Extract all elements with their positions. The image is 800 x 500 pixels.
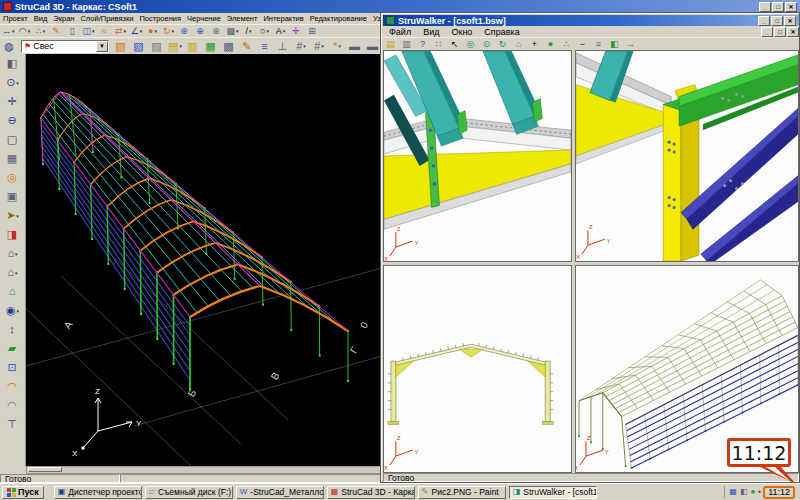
zoom-dynamic-icon[interactable]: ⊙ — [480, 38, 494, 50]
snap-points-icon[interactable]: ∴▾ — [34, 25, 48, 37]
arc-icon[interactable]: ◠▾ — [18, 25, 32, 37]
menu-item[interactable]: Окно — [445, 26, 478, 37]
pan-icon[interactable]: ✛ — [2, 92, 24, 111]
image-icon[interactable]: ▦ — [2, 149, 24, 168]
beam-cube-yellow-icon[interactable]: ▤▾ — [167, 39, 183, 54]
level-icon[interactable]: ⊥ — [275, 39, 291, 54]
minimize-button[interactable]: _ — [758, 16, 770, 26]
camera-icon[interactable]: ◉▾ — [2, 301, 24, 320]
model-globe-icon[interactable]: ◍ — [1, 39, 17, 54]
menu-item[interactable]: Построения — [136, 13, 184, 24]
arch-gray-icon[interactable]: ◠ — [2, 396, 24, 415]
sphere-icon[interactable]: ●▾ — [146, 25, 160, 37]
close-button[interactable]: ✕ — [784, 16, 796, 26]
menu-item[interactable]: Вид — [31, 13, 51, 24]
zoom-icon[interactable]: ⊙▾ — [2, 73, 24, 92]
dual-view-icon[interactable]: ◫▾ — [82, 25, 96, 37]
house-violet-icon[interactable]: ⌂▾ — [2, 263, 24, 282]
zoom-window-icon[interactable]: ◎ — [464, 38, 478, 50]
print-icon[interactable]: ▥ — [400, 38, 414, 50]
move-icon[interactable]: ↔▾ — [1, 25, 16, 37]
beam-cube-yellow2-icon[interactable]: ▥ — [185, 39, 201, 54]
walk-icon[interactable]: ∴ — [560, 38, 574, 50]
taskbar-task[interactable]: ✎ Рис2.PNG - Paint — [418, 486, 506, 499]
style-combobox[interactable]: ⚑ Свес ▼ — [21, 40, 109, 53]
move-node-icon[interactable]: ✛ — [290, 25, 304, 37]
taskbar-task[interactable]: ▣ Диспетчер проектов St... — [54, 486, 142, 499]
text-icon[interactable]: A▾ — [274, 25, 288, 37]
zoom-window-icon[interactable]: ▢ — [2, 130, 24, 149]
render-view-icon[interactable]: ◧ — [2, 54, 24, 73]
beam-cube-blue-icon[interactable]: ▧ — [131, 39, 147, 54]
red-box-icon[interactable]: ◨ — [2, 225, 24, 244]
circle-icon[interactable]: ○▾ — [258, 25, 272, 37]
house-blue-icon[interactable]: ⌂▾ — [2, 244, 24, 263]
beam-cube-green-icon[interactable]: ▦ — [203, 39, 219, 54]
close-button[interactable]: ✕ — [785, 2, 797, 12]
list-icon[interactable]: ≡ — [257, 39, 273, 54]
minimize-button[interactable]: _ — [761, 27, 773, 37]
swap-arrows-icon[interactable]: ⇄▾ — [114, 25, 128, 37]
rail-icon[interactable]: ▬ — [347, 39, 363, 54]
h-scrollbar-thumb[interactable] — [28, 467, 62, 472]
viewport-eaves-corner-detail[interactable]: ZYX — [575, 50, 799, 262]
window-new-icon[interactable]: ⊞ — [306, 25, 320, 37]
beam-cube-orange-icon[interactable]: ▧ — [113, 39, 129, 54]
rail2-icon[interactable]: ▬ — [365, 39, 381, 54]
network-icon[interactable]: ⊡ — [2, 358, 24, 377]
maximize-button[interactable]: □ — [774, 27, 786, 37]
render-sphere-icon[interactable]: ● — [544, 38, 558, 50]
tray-icon[interactable]: ▦ — [729, 488, 737, 496]
arch-orange-icon[interactable]: ◠ — [2, 377, 24, 396]
house-teal-icon[interactable]: ⌂ — [2, 282, 24, 301]
menu-item[interactable]: Редактирование — [307, 13, 370, 24]
gear-gray-icon[interactable]: ⊛ — [210, 25, 224, 37]
menu-item[interactable]: Справка — [478, 26, 525, 37]
taskbar-task[interactable]: W -StruCad_Металлокар... — [236, 486, 324, 499]
list-icon[interactable]: ≡ — [592, 38, 606, 50]
menu-item[interactable]: Черчение — [184, 13, 224, 24]
zoom-out-icon[interactable]: ⊖ — [2, 111, 24, 130]
home-view-icon[interactable]: ⌂ — [512, 38, 526, 50]
doc-view-icon[interactable]: ▣ — [2, 187, 24, 206]
close-button[interactable]: ✕ — [787, 27, 799, 37]
angle-icon[interactable]: ∠▾ — [130, 25, 144, 37]
struwalker-titlebar[interactable]: StruWalker - [csoft1.bsw] _□✕ — [383, 15, 799, 26]
gear-blue-icon[interactable]: ⊛ — [178, 25, 192, 37]
exit-walk-icon[interactable]: → — [624, 38, 638, 50]
menu-item[interactable]: Слой/Привязки — [77, 13, 136, 24]
wave-icon[interactable]: ≈ — [98, 25, 112, 37]
viewport-frame-elevation[interactable]: ZYX — [383, 265, 572, 473]
tray-icon[interactable]: ▪ — [758, 488, 761, 496]
maximize-button[interactable]: □ — [772, 2, 784, 12]
hash-grid-icon[interactable]: #▾ — [293, 39, 309, 54]
tray-icon[interactable]: ● — [750, 488, 755, 496]
model-3d-viewport[interactable]: АБВГ0 ZYX — [26, 54, 384, 466]
axes-star-icon[interactable]: *▾ — [329, 39, 345, 54]
zoom-out-icon[interactable]: − — [576, 38, 590, 50]
pick-icon[interactable]: ➤▾ — [2, 206, 24, 225]
measure-icon[interactable]: ↕ — [2, 320, 24, 339]
tray-icon[interactable]: ◧ — [740, 488, 748, 496]
menu-item[interactable]: Элемент — [224, 13, 261, 24]
h-scrollbar[interactable] — [26, 466, 384, 474]
open-icon[interactable]: ▤ — [384, 38, 398, 50]
menu-item[interactable]: Узлы — [370, 13, 380, 24]
zoom-doc-icon[interactable]: ▩▾ — [226, 25, 240, 37]
target-icon[interactable]: ◎ — [2, 168, 24, 187]
help-icon[interactable]: ? — [416, 38, 430, 50]
viewport-purlin-detail[interactable]: ZYX — [383, 50, 572, 262]
menu-item[interactable]: Интерактив — [260, 13, 306, 24]
edit-pencil-icon[interactable]: ✎ — [50, 25, 64, 37]
orbit-icon[interactable]: ↻ — [496, 38, 510, 50]
fly-icon[interactable]: ◧ — [608, 38, 622, 50]
screen-icon[interactable]: ▯ — [66, 25, 80, 37]
taskbar-task[interactable]: ▦ StruCad 3D - Каркас: C... — [327, 486, 415, 499]
grid-edit-icon[interactable]: ▩ — [221, 39, 237, 54]
menu-item[interactable]: Проект — [0, 13, 31, 24]
taskbar-task[interactable]: ◨ StruWalker - [csoft1... — [509, 486, 597, 499]
struwalker-window[interactable]: StruWalker - [csoft1.bsw] _□✕ ФайлВидОкн… — [380, 12, 800, 483]
menu-item[interactable]: Файл — [383, 26, 417, 37]
taskbar-task[interactable]: ▱ Съемный диск (F:) — [145, 486, 233, 499]
maximize-button[interactable]: □ — [771, 16, 783, 26]
